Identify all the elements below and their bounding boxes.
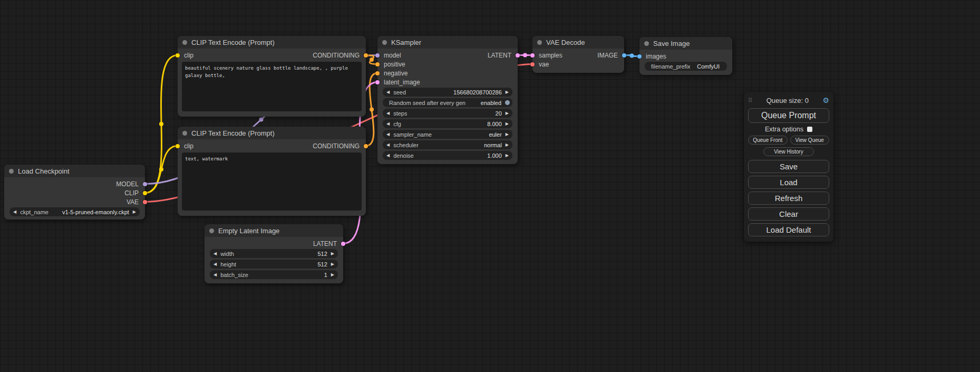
decrement-arrow-icon[interactable]: ◀ [214, 262, 217, 266]
increment-arrow-icon[interactable]: ▶ [133, 210, 136, 214]
save-button[interactable]: Save [748, 160, 829, 173]
output-slot-image[interactable] [622, 53, 626, 58]
node-empty-latent-image[interactable]: Empty Latent Image LATENT ◀ width 512 ▶ … [205, 224, 343, 283]
load-button[interactable]: Load [748, 176, 829, 189]
output-slot-latent[interactable] [341, 242, 345, 246]
node-title-bar[interactable]: CLIP Text Encode (Prompt) [178, 36, 366, 49]
input-slot-clip[interactable] [176, 144, 180, 148]
increment-arrow-icon[interactable]: ▶ [506, 143, 509, 147]
input-slot-samples[interactable] [530, 53, 535, 58]
drag-handle-icon[interactable]: ⠿ [748, 97, 752, 104]
widget-steps[interactable]: ◀ steps 20 ▶ [383, 109, 512, 118]
output-slot-conditioning[interactable] [364, 144, 368, 148]
output-label-image: IMAGE [597, 52, 618, 59]
input-slot-clip[interactable] [176, 53, 180, 58]
input-slot-negative[interactable] [375, 71, 380, 75]
decrement-arrow-icon[interactable]: ◀ [386, 111, 390, 116]
collapse-dot-icon[interactable] [644, 41, 649, 46]
load-default-button[interactable]: Load Default [748, 223, 829, 236]
widget-width[interactable]: ◀ width 512 ▶ [210, 249, 338, 258]
decrement-arrow-icon[interactable]: ◀ [386, 122, 390, 126]
decrement-arrow-icon[interactable]: ◀ [214, 273, 217, 277]
node-graph-canvas[interactable]: Load Checkpoint MODEL CLIP VAE ◀ ckpt_na… [0, 0, 980, 372]
collapse-dot-icon[interactable] [182, 40, 187, 45]
queue-size-label: Queue size: 0 [752, 97, 822, 104]
output-slot-model[interactable] [143, 182, 147, 186]
widget-ckpt-name[interactable]: ◀ ckpt_name v1-5-pruned-emaonly.ckpt ▶ [9, 207, 140, 216]
increment-arrow-icon[interactable]: ▶ [331, 252, 334, 256]
positive-prompt-textarea[interactable]: beautiful scenery nature glass bottle la… [182, 62, 362, 111]
view-history-button[interactable]: View History [763, 147, 814, 156]
decrement-arrow-icon[interactable]: ◀ [386, 143, 390, 147]
increment-arrow-icon[interactable]: ▶ [331, 262, 334, 266]
input-slot-model[interactable] [375, 53, 380, 58]
increment-arrow-icon[interactable]: ▶ [506, 111, 509, 116]
widget-cfg[interactable]: ◀ cfg 8.000 ▶ [383, 119, 512, 128]
refresh-button[interactable]: Refresh [748, 192, 829, 205]
node-clip-text-encode-positive[interactable]: CLIP Text Encode (Prompt) clip CONDITION… [178, 36, 366, 117]
node-ksampler[interactable]: KSampler model LATENT positive negative … [377, 36, 518, 164]
input-slot-latent-image[interactable] [375, 80, 380, 84]
settings-gear-icon[interactable]: ⚙ [822, 96, 829, 104]
node-clip-text-encode-negative[interactable]: CLIP Text Encode (Prompt) clip CONDITION… [178, 127, 366, 216]
node-save-image[interactable]: Save Image images filename_prefix ComfyU… [639, 37, 732, 75]
queue-front-button[interactable]: Queue Front [748, 136, 788, 145]
increment-arrow-icon[interactable]: ▶ [506, 132, 509, 137]
increment-arrow-icon[interactable]: ▶ [506, 122, 509, 126]
widget-value: enabled [481, 100, 501, 106]
negative-prompt-textarea[interactable]: text, watermark [182, 152, 362, 211]
workflow-buttons: Save Load Refresh Clear Load Default [748, 160, 829, 236]
output-slot-clip[interactable] [143, 191, 147, 195]
node-title-bar[interactable]: Empty Latent Image [205, 224, 343, 237]
widget-scheduler[interactable]: ◀ scheduler normal ▶ [383, 140, 512, 149]
collapse-dot-icon[interactable] [382, 40, 387, 45]
node-title-bar[interactable]: KSampler [377, 36, 518, 49]
collapse-dot-icon[interactable] [209, 228, 214, 233]
clear-button[interactable]: Clear [748, 207, 829, 221]
node-title-bar[interactable]: CLIP Text Encode (Prompt) [178, 127, 366, 139]
widget-height[interactable]: ◀ height 512 ▶ [210, 260, 338, 269]
collapse-dot-icon[interactable] [182, 131, 187, 136]
queue-prompt-button[interactable]: Queue Prompt [748, 108, 829, 123]
widget-seed[interactable]: ◀ seed 156680208700286 ▶ [383, 88, 512, 97]
widget-sampler-name[interactable]: ◀ sampler_name euler ▶ [383, 130, 512, 139]
increment-arrow-icon[interactable]: ▶ [506, 154, 509, 158]
increment-arrow-icon[interactable]: ▶ [331, 273, 334, 277]
decrement-arrow-icon[interactable]: ◀ [214, 252, 217, 256]
node-title-bar[interactable]: VAE Decode [532, 36, 624, 49]
node-vae-decode[interactable]: VAE Decode samples IMAGE vae [532, 36, 624, 73]
input-slot-vae[interactable] [530, 62, 535, 66]
view-queue-button[interactable]: View Queue [790, 136, 830, 145]
widget-batch-size[interactable]: ◀ batch_size 1 ▶ [210, 270, 338, 279]
collapse-dot-icon[interactable] [537, 40, 542, 45]
decrement-arrow-icon[interactable]: ◀ [386, 90, 390, 94]
output-slot-conditioning[interactable] [364, 53, 368, 58]
widget-value: 512 [317, 251, 327, 257]
decrement-arrow-icon[interactable]: ◀ [386, 154, 390, 158]
collapse-dot-icon[interactable] [9, 169, 14, 174]
slot-row: VAE [4, 197, 145, 206]
slot-row: LATENT [205, 239, 343, 248]
widget-denoise[interactable]: ◀ denoise 1.000 ▶ [383, 151, 512, 160]
widget-value: 156680208700286 [453, 89, 502, 96]
decrement-arrow-icon[interactable]: ◀ [386, 132, 390, 137]
node-load-checkpoint[interactable]: Load Checkpoint MODEL CLIP VAE ◀ ckpt_na… [4, 165, 145, 220]
widget-value: 20 [496, 110, 502, 117]
toggle-dot-icon[interactable] [505, 100, 510, 105]
slot-row: MODEL [4, 179, 145, 188]
output-slot-latent[interactable] [516, 53, 520, 58]
decrement-arrow-icon[interactable]: ◀ [13, 210, 16, 214]
output-slot-vae[interactable] [143, 200, 147, 204]
increment-arrow-icon[interactable]: ▶ [506, 90, 509, 94]
menu-header: ⠿ Queue size: 0 ⚙ [748, 95, 829, 106]
widget-filename-prefix[interactable]: filename_prefix ComfyUI [645, 62, 727, 71]
input-slot-positive[interactable] [375, 62, 380, 66]
node-title-bar[interactable]: Save Image [639, 37, 732, 50]
extra-options-checkbox[interactable] [807, 127, 812, 132]
extra-options-label: Extra options [765, 126, 803, 133]
widget-value: v1-5-pruned-emaonly.ckpt [62, 209, 129, 215]
node-title-bar[interactable]: Load Checkpoint [4, 165, 145, 177]
input-slot-images[interactable] [637, 54, 642, 59]
widget-random-seed-toggle[interactable]: Random seed after every gen enabled [383, 98, 512, 107]
widget-label: denoise [393, 152, 414, 159]
